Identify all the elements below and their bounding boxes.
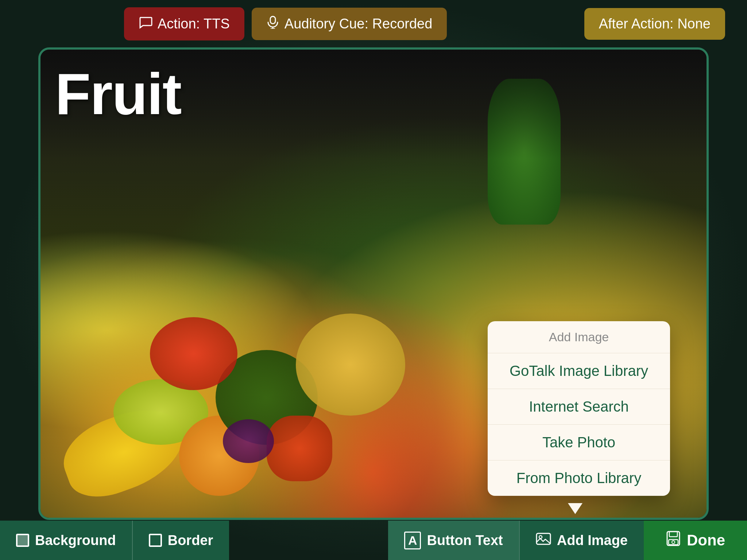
popup-item-gotalk-library[interactable]: GoTalk Image Library	[488, 353, 670, 389]
button-text-button[interactable]: A Button Text	[388, 521, 519, 560]
action-tts-label: Action: TTS	[158, 16, 230, 32]
main-card: Fruit Add Image GoTalk Image Library Int…	[38, 47, 709, 520]
popup-item-internet-search[interactable]: Internet Search	[488, 389, 670, 425]
svg-point-8	[672, 541, 675, 544]
svg-rect-0	[270, 16, 275, 24]
background-label: Background	[35, 533, 116, 548]
popup-title: Add Image	[488, 321, 670, 353]
save-icon	[666, 531, 681, 550]
done-label: Done	[687, 532, 725, 549]
add-image-button[interactable]: Add Image	[519, 521, 644, 560]
svg-rect-3	[537, 533, 550, 544]
action-tts-button[interactable]: Action: TTS	[124, 7, 244, 40]
border-button[interactable]: Border	[132, 521, 229, 560]
text-icon: A	[404, 532, 421, 549]
svg-point-4	[539, 536, 542, 538]
mic-icon	[266, 16, 279, 32]
border-label: Border	[168, 533, 213, 548]
fruit-melon	[296, 314, 405, 416]
done-button[interactable]: Done	[644, 521, 747, 560]
bottom-toolbar: Background Border A Button Text Add Imag…	[0, 521, 747, 560]
background-icon	[16, 534, 29, 547]
auditory-cue-label: Auditory Cue: Recorded	[285, 16, 433, 32]
fruit-apple-red	[150, 317, 237, 390]
popup-item-from-photo-library[interactable]: From Photo Library	[488, 460, 670, 496]
auditory-cue-button[interactable]: Auditory Cue: Recorded	[252, 8, 447, 40]
fruit-strawberry	[267, 416, 332, 481]
add-image-popup: Add Image GoTalk Image Library Internet …	[488, 321, 670, 496]
chat-icon	[139, 15, 152, 32]
border-icon	[149, 534, 162, 547]
fruit-grapes	[223, 419, 274, 463]
top-bar: Action: TTS Auditory Cue: Recorded After…	[0, 7, 747, 40]
image-icon	[536, 532, 551, 549]
popup-triangle	[568, 503, 582, 514]
background-button[interactable]: Background	[0, 521, 132, 560]
svg-rect-6	[669, 532, 677, 537]
fruit-title: Fruit	[55, 61, 181, 128]
after-action-button[interactable]: After Action: None	[584, 8, 725, 40]
popup-item-take-photo[interactable]: Take Photo	[488, 425, 670, 460]
add-image-label: Add Image	[557, 533, 628, 548]
after-action-label: After Action: None	[599, 16, 711, 31]
button-text-label: Button Text	[427, 533, 503, 548]
